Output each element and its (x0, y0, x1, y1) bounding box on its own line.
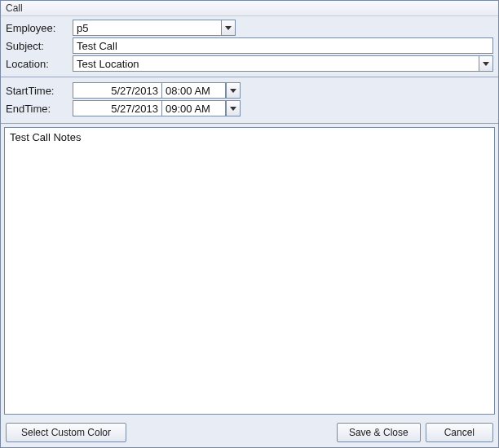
notes-section (4, 127, 495, 415)
starttime-dropdown-button[interactable] (226, 82, 241, 99)
startdate-input[interactable] (73, 82, 162, 99)
employee-input[interactable] (73, 20, 221, 36)
chevron-down-icon (230, 107, 236, 111)
employee-label: Employee: (6, 22, 73, 34)
starttime-label: StartTime: (6, 85, 73, 97)
starttime-input[interactable] (162, 82, 226, 99)
location-label: Location: (6, 58, 73, 70)
subject-label: Subject: (6, 40, 73, 52)
location-row: Location: (6, 55, 493, 72)
employee-row: Employee: (6, 20, 493, 36)
employee-combo (73, 20, 236, 36)
form-section: Employee: Subject: Location: (1, 16, 498, 77)
location-input[interactable] (73, 55, 479, 72)
endtime-label: EndTime: (6, 103, 73, 115)
call-dialog: Call Employee: Subject: Location: (0, 0, 499, 448)
subject-input[interactable] (73, 37, 493, 54)
starttime-combo (162, 82, 241, 99)
endtime-combo (162, 100, 241, 116)
save-close-button[interactable]: Save & Close (337, 423, 421, 442)
button-bar: Select Custom Color Save & Close Cancel (1, 418, 498, 447)
enddate-input[interactable] (73, 100, 162, 116)
location-dropdown-button[interactable] (479, 55, 493, 72)
time-section: StartTime: EndTime: (1, 77, 498, 124)
subject-row: Subject: (6, 37, 493, 54)
endtime-input[interactable] (162, 100, 226, 116)
chevron-down-icon (225, 26, 232, 30)
endtime-row: EndTime: (6, 100, 493, 116)
cancel-button[interactable]: Cancel (426, 423, 493, 442)
select-custom-color-button[interactable]: Select Custom Color (6, 423, 126, 442)
chevron-down-icon (483, 62, 489, 66)
location-combo (73, 55, 493, 72)
notes-textarea[interactable] (4, 127, 495, 415)
chevron-down-icon (230, 89, 236, 93)
endtime-dropdown-button[interactable] (226, 100, 241, 116)
starttime-row: StartTime: (6, 82, 493, 99)
employee-dropdown-button[interactable] (221, 20, 236, 36)
window-title: Call (1, 1, 498, 16)
